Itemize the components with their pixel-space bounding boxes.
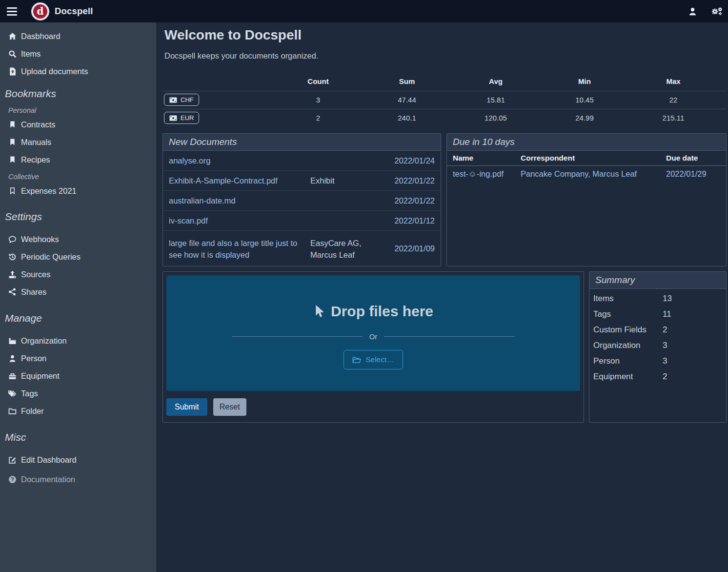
topbar: d Docspell xyxy=(0,0,728,22)
document-row: australian-date.md 2022/01/22 xyxy=(163,191,441,211)
document-link[interactable]: large file and also a large title just t… xyxy=(169,237,310,261)
document-date[interactable]: 2022/01/22 xyxy=(386,176,435,185)
sidebar-item-recipes[interactable]: Recipes xyxy=(0,151,156,168)
stat-value: 3 xyxy=(274,91,363,109)
sidebar: Dasbhoard Items Upload documents Bookmar… xyxy=(0,22,156,572)
stats-col-min: Min xyxy=(540,72,629,91)
sidebar-item-contracts[interactable]: Contracts xyxy=(0,116,156,133)
sidebar-item-dashboard[interactable]: Dasbhoard xyxy=(0,27,156,45)
sidebar-item-edit-dashboard[interactable]: Edit Dashboard xyxy=(0,451,156,469)
document-correspondent: EasyCare AG, Marcus Leaf xyxy=(310,237,386,261)
or-divider: Or xyxy=(166,333,580,340)
stats-col-sum: Sum xyxy=(363,72,451,91)
bookmark-icon xyxy=(7,156,17,163)
sidebar-item-label: Organization xyxy=(21,336,67,346)
drop-files-label: Drop files here xyxy=(313,302,433,321)
summary-row: Tags11 xyxy=(589,306,726,322)
sidebar-item-label: Manuals xyxy=(21,138,51,147)
sidebar-item-organization[interactable]: Organization xyxy=(0,332,156,349)
main-content: Welcome to Docspell Docspell keeps your … xyxy=(156,22,728,572)
due-document-link[interactable]: test-☺-ing.pdf xyxy=(453,169,504,178)
section-heading-manage: Manage xyxy=(0,311,156,325)
page-title: Welcome to Docspell xyxy=(162,25,727,45)
dropzone[interactable]: Drop files here Or Select… xyxy=(166,275,580,391)
currency-badge: CHF xyxy=(164,94,199,106)
question-circle-icon: ? xyxy=(7,475,17,484)
sidebar-item-label: Upload documents xyxy=(21,67,88,76)
sidebar-item-documentation[interactable]: ? Documentation xyxy=(0,470,156,488)
svg-text:?: ? xyxy=(11,476,14,482)
bookmark-icon xyxy=(7,138,17,146)
select-files-button[interactable]: Select… xyxy=(344,350,403,369)
stat-value: 24.99 xyxy=(540,109,629,127)
sidebar-item-label: Recipes xyxy=(21,155,50,164)
search-icon xyxy=(7,50,17,58)
sidebar-item-equipment[interactable]: Equipment xyxy=(0,367,156,385)
section-heading-misc: Misc xyxy=(0,430,156,444)
app-title[interactable]: Docspell xyxy=(55,6,93,17)
money-bill-icon xyxy=(169,115,177,121)
sidebar-item-label: Webhooks xyxy=(21,235,59,244)
summary-row: Organization3 xyxy=(589,338,726,353)
stat-value: 215.11 xyxy=(629,109,718,127)
sidebar-item-label: Shares xyxy=(21,287,46,297)
sidebar-item-periodic-queries[interactable]: Periodic Queries xyxy=(0,248,156,266)
app-logo[interactable]: d xyxy=(31,2,49,20)
document-date[interactable]: 2022/01/24 xyxy=(386,156,435,165)
submit-button[interactable]: Submit xyxy=(166,398,207,416)
sidebar-item-webhooks[interactable]: Webhooks xyxy=(0,230,156,248)
industry-icon xyxy=(7,337,17,345)
sidebar-item-shares[interactable]: Shares xyxy=(0,283,156,301)
stat-value: 15.81 xyxy=(451,91,540,109)
sidebar-item-sources[interactable]: Sources xyxy=(0,266,156,283)
sidebar-item-upload-documents[interactable]: Upload documents xyxy=(0,62,156,80)
sidebar-item-label: Items xyxy=(21,49,40,59)
menu-icon[interactable] xyxy=(7,7,17,16)
document-date[interactable]: 2022/01/09 xyxy=(386,244,435,253)
sidebar-item-items[interactable]: Items xyxy=(0,45,156,62)
stat-value: 240.1 xyxy=(363,109,451,127)
document-row: analyse.org 2022/01/24 xyxy=(163,151,441,171)
sidebar-item-folder[interactable]: Folder xyxy=(0,402,156,420)
stats-table: Count Sum Avg Min Max CHF 3 47.44 15.81 … xyxy=(162,72,727,127)
document-date[interactable]: 2022/01/22 xyxy=(386,196,435,205)
due-date-link[interactable]: 2022/01/29 xyxy=(666,169,707,178)
folder-icon xyxy=(7,407,17,415)
cogs-icon[interactable] xyxy=(711,6,723,16)
summary-row: Equipment2 xyxy=(589,369,726,385)
user-icon[interactable] xyxy=(688,7,697,16)
money-bill-icon xyxy=(169,97,177,103)
due-row: test-☺-ing.pdf Pancake Company, Marcus L… xyxy=(447,166,726,182)
summary-row: Custom Fields2 xyxy=(589,322,726,338)
panel-title-due: Due in 10 days xyxy=(447,134,726,151)
sidebar-item-manuals[interactable]: Manuals xyxy=(0,133,156,151)
mouse-pointer-icon xyxy=(313,304,325,319)
bookmark-outline-icon xyxy=(7,187,17,195)
sidebar-item-label: Periodic Queries xyxy=(21,252,81,262)
upload-panel: Drop files here Or Select… Submit Reset xyxy=(162,271,584,423)
document-link[interactable]: analyse.org xyxy=(169,155,310,166)
sidebar-item-person[interactable]: Person xyxy=(0,349,156,367)
document-link[interactable]: iv-scan.pdf xyxy=(169,215,310,226)
comment-icon xyxy=(7,235,17,244)
new-documents-panel: New Documents analyse.org 2022/01/24 Exh… xyxy=(162,133,441,266)
sidebar-item-expenses-2021[interactable]: Expenses 2021 xyxy=(0,182,156,200)
document-link[interactable]: Exhibit-A-Sample-Contract.pdf xyxy=(169,175,310,186)
document-link[interactable]: australian-date.md xyxy=(169,195,310,206)
page-subtitle: Docspell keeps your documents organized. xyxy=(162,51,727,61)
stat-value: 10.45 xyxy=(540,91,629,109)
due-correspondent-link[interactable]: Pancake Company, Marcus Leaf xyxy=(521,169,637,178)
sidebar-item-label: Tags xyxy=(21,389,38,398)
due-col-date: Due date xyxy=(666,154,720,163)
subsection-heading-collective: Collective xyxy=(0,171,156,182)
sidebar-item-tags[interactable]: Tags xyxy=(0,385,156,402)
bookmark-icon xyxy=(7,121,17,128)
document-row: Exhibit-A-Sample-Contract.pdf Exhibit 20… xyxy=(163,171,441,191)
currency-badge: EUR xyxy=(164,112,199,124)
stats-header-row: Count Sum Avg Min Max xyxy=(162,72,727,91)
sidebar-item-label: Documentation xyxy=(21,475,75,484)
sidebar-item-label: Sources xyxy=(21,270,51,279)
reset-button[interactable]: Reset xyxy=(213,398,246,416)
due-col-correspondent: Correspondent xyxy=(521,154,666,163)
document-date[interactable]: 2022/01/12 xyxy=(386,216,435,225)
